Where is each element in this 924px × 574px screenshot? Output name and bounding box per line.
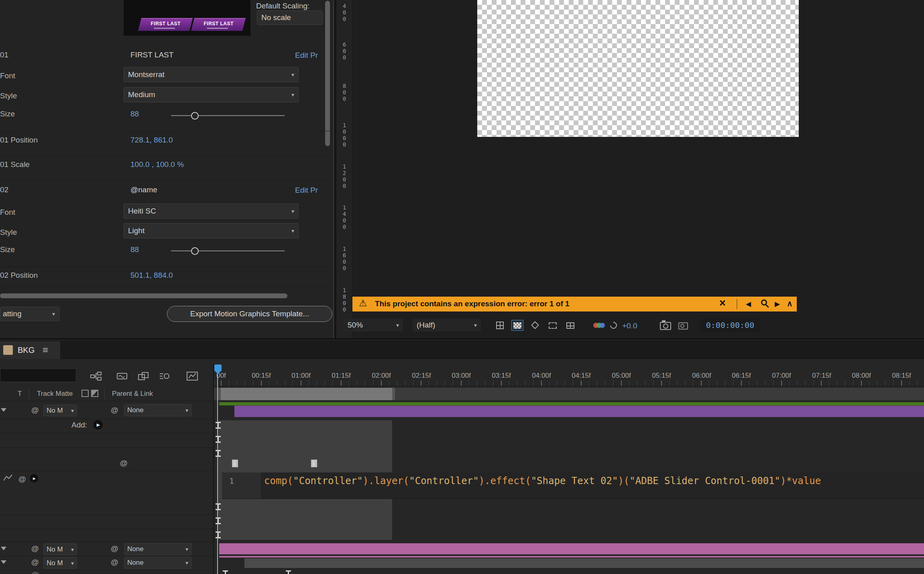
pickwhip-icon[interactable]: @ (111, 558, 118, 567)
parent-link-dropdown[interactable]: None ▾ (124, 543, 191, 555)
formatting-dropdown[interactable]: atting ▾ (0, 307, 59, 321)
time-ruler-label: 04:15f (572, 372, 590, 380)
composition-viewer-panel: 400 600 800 1000 1200 1400 1600 1800 ⚠ T… (336, 0, 924, 338)
motion-blur-icon[interactable] (159, 372, 170, 381)
collapse-error-icon[interactable]: ∧ (787, 299, 793, 308)
style-dropdown[interactable]: Light ▾ (124, 223, 299, 238)
edit-properties-link[interactable]: Edit Pr (295, 186, 318, 195)
work-area-bar[interactable] (218, 388, 395, 400)
track-matte-dropdown[interactable]: No M ▾ (43, 557, 77, 569)
transparency-grid-icon[interactable] (511, 320, 523, 331)
size-value[interactable]: 88 (130, 110, 139, 118)
frame-blending-icon[interactable] (138, 372, 149, 381)
layer-bar-pink-sliver[interactable] (219, 556, 924, 558)
pickwhip-icon[interactable]: @ (31, 544, 39, 553)
channel-rgb-icon[interactable] (593, 323, 606, 328)
size-slider-track[interactable] (171, 115, 285, 116)
track-matte-dropdown[interactable]: No M ▾ (43, 405, 77, 416)
export-motion-graphics-template-button[interactable]: Export Motion Graphics Template... (167, 306, 332, 322)
expression-editor[interactable]: comp("Controller").layer("Controller").e… (261, 472, 924, 499)
layer-bar-purple[interactable] (234, 405, 924, 417)
pickwhip-icon[interactable]: @ (31, 558, 39, 567)
vertical-scrollbar[interactable] (325, 1, 330, 146)
next-error-icon[interactable]: ▶ (775, 300, 780, 308)
exposure-value[interactable]: +0.0 (622, 322, 637, 330)
position-value[interactable]: 728.1, 861.0 (130, 136, 173, 145)
layer-bar-gray[interactable] (244, 558, 924, 568)
edit-properties-link[interactable]: Edit Pr (295, 51, 318, 60)
ruler-value: 400 (342, 3, 347, 22)
expression-pickwhip-icon[interactable]: @ (18, 475, 26, 484)
pickwhip-icon[interactable]: @ (111, 406, 118, 415)
twirl-open-icon[interactable] (1, 547, 6, 550)
expression-play-icon[interactable]: ▶ (30, 474, 38, 482)
horizontal-scrollbar[interactable] (0, 293, 287, 298)
track-matte-dropdown[interactable]: No M ▾ (43, 543, 77, 555)
add-property-icon[interactable]: ▶ (93, 420, 103, 429)
playhead-line[interactable] (217, 374, 218, 574)
graph-editor-icon[interactable] (187, 372, 198, 381)
font-dropdown[interactable]: Heiti SC ▾ (124, 204, 299, 219)
pickwhip-icon[interactable]: @ (111, 544, 118, 553)
region-of-interest-icon[interactable] (549, 322, 557, 329)
template-preview-thumbnail[interactable]: FIRST LAST FIRST LAST (124, 0, 250, 36)
track-matte-toggle-icon[interactable] (81, 390, 89, 397)
expression-marker[interactable] (232, 460, 238, 467)
size-slider-knob[interactable] (191, 112, 199, 120)
layer-bar-pink[interactable] (219, 543, 924, 554)
badge-text: FIRST LAST (204, 21, 233, 26)
parent-link-dropdown[interactable]: None ▾ (124, 404, 191, 416)
font-dropdown[interactable]: Montserrat ▾ (124, 67, 299, 82)
expression-graph-icon[interactable] (3, 474, 13, 481)
time-ruler-ticks[interactable] (213, 381, 924, 386)
ibeam-marker[interactable] (216, 517, 221, 524)
expression-marker[interactable] (311, 460, 317, 467)
timeline-panel: BKG ≡ 00f 00:15f 01:00f 01:15f 02:00f 02… (0, 340, 924, 574)
scale-value[interactable]: 100.0 , 100.0 % (130, 160, 184, 169)
pickwhip-icon[interactable]: @ (31, 406, 39, 415)
ibeam-marker[interactable] (216, 422, 221, 429)
time-ruler-label: 06:15f (732, 372, 751, 380)
ibeam-marker[interactable] (216, 450, 221, 457)
ibeam-marker[interactable] (286, 570, 291, 574)
zoom-value: 50% (348, 321, 363, 330)
comp-mini-flowchart-icon[interactable] (90, 372, 102, 381)
style-dropdown[interactable]: Medium ▾ (124, 87, 299, 102)
panel-menu-icon[interactable]: ≡ (43, 344, 48, 356)
show-snapshot-icon[interactable] (678, 322, 688, 330)
playhead-marker[interactable] (214, 364, 222, 370)
snapshot-camera-icon[interactable] (660, 322, 671, 330)
layer-bar-green[interactable] (219, 402, 924, 405)
ibeam-marker[interactable] (216, 531, 221, 538)
reveal-expression-icon[interactable] (761, 299, 767, 305)
ibeam-marker[interactable] (223, 570, 228, 574)
position-value[interactable]: 501.1, 884.0 (130, 271, 173, 280)
close-error-icon[interactable]: × (719, 297, 726, 309)
previous-error-icon[interactable]: ◀ (746, 300, 751, 308)
timeline-tab-bkg[interactable]: BKG ≡ (0, 341, 60, 359)
size-slider-knob[interactable] (191, 247, 199, 255)
expression-pickwhip-icon[interactable]: @ (120, 459, 128, 468)
twirl-open-icon[interactable] (1, 408, 6, 412)
ibeam-marker[interactable] (216, 503, 221, 510)
pickwhip-icon[interactable]: @ (31, 570, 39, 574)
ibeam-marker[interactable] (216, 436, 221, 443)
parent-link-dropdown[interactable]: None ▾ (124, 557, 191, 569)
timecode-display[interactable]: 0:00:00:00 (700, 318, 760, 332)
size-value[interactable]: 88 (130, 245, 139, 254)
guide-layout-icon[interactable] (566, 322, 574, 329)
resolution-dropdown[interactable]: (Half) ▾ (413, 319, 481, 332)
reset-exposure-icon[interactable] (609, 321, 619, 330)
hide-shy-layers-icon[interactable] (116, 372, 128, 381)
twirl-open-icon[interactable] (1, 560, 6, 564)
row-separator (0, 156, 330, 156)
preserve-transparency-icon[interactable] (91, 390, 98, 397)
size-slider-track[interactable] (171, 250, 285, 251)
zoom-dropdown[interactable]: 50% ▾ (344, 319, 403, 332)
timeline-search-input[interactable] (0, 368, 76, 382)
default-scaling-dropdown[interactable]: No scale (257, 10, 323, 25)
scale-label: 01 Scale (0, 160, 30, 169)
mask-visibility-icon[interactable] (531, 321, 539, 329)
composition-canvas[interactable] (477, 0, 799, 137)
grid-and-guides-icon[interactable] (496, 322, 504, 329)
